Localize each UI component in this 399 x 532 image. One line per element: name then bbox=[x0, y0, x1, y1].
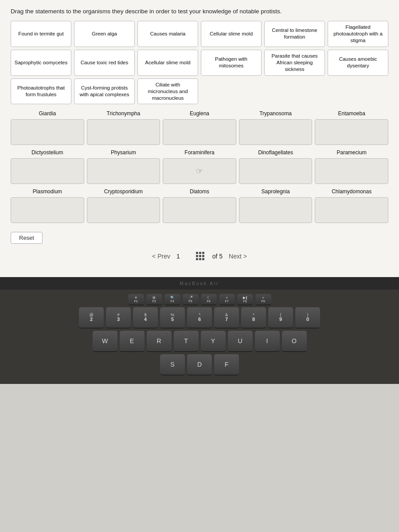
key-f[interactable]: F bbox=[214, 354, 239, 376]
drop-zone-entamoeba[interactable] bbox=[315, 119, 388, 145]
key-5[interactable]: %5 bbox=[160, 307, 185, 329]
pagination: < Prev 1 of 5 Next > bbox=[11, 244, 388, 266]
card-6[interactable]: Flagellated photoautotroph with a stigma bbox=[328, 21, 388, 47]
num-row: @2 #3 $4 %5 ^6 &7 *8 (9 )0 bbox=[4, 307, 395, 329]
key-f3[interactable]: ⊞F3 bbox=[146, 294, 162, 305]
cards-area: Found in termite gut Green alga Causes m… bbox=[11, 21, 388, 104]
key-i[interactable]: I bbox=[255, 331, 280, 352]
card-7[interactable]: Saprophytic oomycetes bbox=[11, 50, 71, 76]
key-s[interactable]: S bbox=[160, 354, 185, 376]
card-10[interactable]: Pathogen with mitosomes bbox=[201, 50, 262, 76]
card-2[interactable]: Green alga bbox=[74, 21, 135, 47]
organism-label-euglena: Euglena bbox=[163, 110, 236, 117]
drop-zone-diatoms[interactable] bbox=[163, 197, 236, 223]
grid-icon bbox=[196, 252, 204, 260]
keyboard: ☀F2 ⊞F3 🔍F4 🎤F5 ☾F6 «F7 ▶‖F8 »F9 @2 #3 $… bbox=[0, 289, 399, 384]
card-12[interactable]: Causes amoebic dysentary bbox=[328, 50, 388, 76]
organism-label-plasmodium: Plasmodium bbox=[11, 188, 84, 196]
card-3[interactable]: Causes malaria bbox=[137, 21, 198, 47]
organism-label-row2: Dictyostelium Physarium Foraminifera Din… bbox=[11, 149, 388, 156]
card-11[interactable]: Parasite that causes African sleeping si… bbox=[264, 50, 325, 76]
drop-zone-foraminifera[interactable]: ☞ bbox=[163, 158, 236, 184]
drop-zone-saprolegnia[interactable] bbox=[239, 197, 313, 223]
next-button[interactable]: Next > bbox=[229, 253, 247, 260]
key-7[interactable]: &7 bbox=[214, 307, 239, 329]
fn-row: ☀F2 ⊞F3 🔍F4 🎤F5 ☾F6 «F7 ▶‖F8 »F9 bbox=[4, 294, 395, 305]
card-9[interactable]: Acellular slime mold bbox=[137, 50, 198, 76]
reset-button[interactable]: Reset bbox=[11, 232, 43, 244]
key-3[interactable]: #3 bbox=[106, 307, 131, 329]
qwerty-row: W E R T Y U I O bbox=[4, 331, 395, 352]
organism-label-cryptosporidium: Cryptosporidium bbox=[87, 188, 160, 196]
key-r[interactable]: R bbox=[147, 331, 172, 352]
key-u[interactable]: U bbox=[228, 331, 253, 352]
key-2[interactable]: @2 bbox=[79, 307, 104, 329]
key-w[interactable]: W bbox=[93, 331, 117, 352]
key-f9[interactable]: »F9 bbox=[255, 294, 271, 305]
drop-zone-chlamydomonas[interactable] bbox=[315, 197, 388, 223]
card-13[interactable]: Photoautotrophs that form frustules bbox=[11, 78, 71, 105]
organism-label-row1: Giardia Trichonympha Euglena Trypanosoma… bbox=[11, 110, 388, 117]
asdf-row: S D F bbox=[4, 354, 395, 376]
drop-zone-dinoflagellates[interactable] bbox=[239, 158, 313, 184]
key-f6[interactable]: ☾F6 bbox=[201, 294, 217, 305]
key-6[interactable]: ^6 bbox=[187, 307, 212, 329]
drop-zone-plasmodium[interactable] bbox=[11, 197, 84, 223]
card-8[interactable]: Cause toxic red tides bbox=[74, 50, 135, 76]
app-content: Drag the statements to the organisms the… bbox=[0, 0, 399, 277]
page-of bbox=[186, 253, 188, 260]
drop-section-row3: Plasmodium Cryptosporidium Diatoms Sapro… bbox=[11, 188, 388, 223]
key-9[interactable]: (9 bbox=[268, 307, 293, 329]
drop-zone-giardia[interactable] bbox=[11, 119, 84, 145]
brand-label: MacBook Air bbox=[180, 281, 219, 286]
page-of-label: of 5 bbox=[212, 253, 223, 260]
key-f4[interactable]: 🔍F4 bbox=[164, 294, 180, 305]
card-1[interactable]: Found in termite gut bbox=[11, 21, 71, 47]
drop-zone-paramecium[interactable] bbox=[315, 158, 388, 184]
organism-label-physarium: Physarium bbox=[87, 149, 160, 156]
key-d[interactable]: D bbox=[187, 354, 212, 376]
instructions: Drag the statements to the organisms the… bbox=[11, 8, 388, 15]
organism-label-giardia: Giardia bbox=[11, 110, 84, 117]
drop-zone-row3 bbox=[11, 197, 388, 223]
drop-section-row2: Dictyostelium Physarium Foraminifera Din… bbox=[11, 149, 388, 184]
drop-zone-cryptosporidium[interactable] bbox=[87, 197, 160, 223]
organism-label-trichonympha: Trichonympha bbox=[87, 110, 160, 117]
drop-zone-row1 bbox=[11, 119, 388, 145]
key-4[interactable]: $4 bbox=[133, 307, 158, 329]
organism-label-saprolegnia: Saprolegnia bbox=[239, 188, 313, 196]
prev-button[interactable]: < Prev bbox=[152, 253, 170, 260]
page-number: 1 bbox=[176, 253, 180, 260]
macbook-brand-bar: MacBook Air bbox=[0, 277, 399, 289]
key-o[interactable]: O bbox=[282, 331, 307, 352]
key-f8[interactable]: ▶‖F8 bbox=[237, 294, 253, 305]
drop-zone-dictyostelium[interactable] bbox=[11, 158, 84, 184]
key-8[interactable]: *8 bbox=[241, 307, 266, 329]
organism-label-entamoeba: Entamoeba bbox=[315, 110, 388, 117]
organism-label-dictyostelium: Dictyostelium bbox=[11, 149, 84, 156]
drop-zone-euglena[interactable] bbox=[163, 119, 236, 145]
key-0[interactable]: )0 bbox=[295, 307, 320, 329]
key-f7[interactable]: «F7 bbox=[219, 294, 235, 305]
drop-section-row1: Giardia Trichonympha Euglena Trypanosoma… bbox=[11, 110, 388, 145]
drop-zone-row2: ☞ bbox=[11, 158, 388, 184]
organism-label-dinoflagellates: Dinoflagellates bbox=[239, 149, 313, 156]
key-f2[interactable]: ☀F2 bbox=[128, 294, 144, 305]
card-15[interactable]: Ciliate with micronucleus and macronucle… bbox=[137, 78, 198, 105]
organism-label-foraminifera: Foraminifera bbox=[163, 149, 236, 156]
drop-zone-trichonympha[interactable] bbox=[87, 119, 160, 145]
key-f5[interactable]: 🎤F5 bbox=[183, 294, 199, 305]
organism-label-row3: Plasmodium Cryptosporidium Diatoms Sapro… bbox=[11, 188, 388, 196]
organism-label-chlamydomonas: Chlamydomonas bbox=[315, 188, 388, 196]
key-t[interactable]: T bbox=[174, 331, 199, 352]
card-14[interactable]: Cyst-forming protists with apical comple… bbox=[74, 78, 135, 105]
organism-label-diatoms: Diatoms bbox=[163, 188, 236, 196]
key-e[interactable]: E bbox=[120, 331, 145, 352]
card-5[interactable]: Central to limestone formation bbox=[264, 21, 325, 47]
key-y[interactable]: Y bbox=[201, 331, 226, 352]
card-4[interactable]: Cellular slime mold bbox=[201, 21, 262, 47]
drop-zone-physarium[interactable] bbox=[87, 158, 160, 184]
organism-label-trypanosoma: Trypanosoma bbox=[239, 110, 313, 117]
drop-zone-trypanosoma[interactable] bbox=[239, 119, 313, 145]
organism-label-paramecium: Paramecium bbox=[315, 149, 388, 156]
